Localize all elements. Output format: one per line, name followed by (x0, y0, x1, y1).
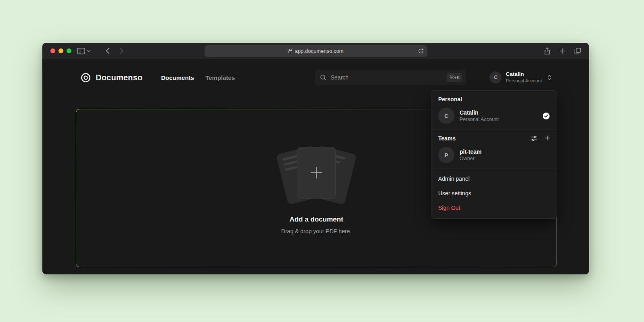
nav-documents[interactable]: Documents (161, 74, 194, 81)
account-menu-button[interactable]: C Catalin Personal Account (489, 71, 552, 84)
avatar: C (438, 108, 454, 124)
account-name: Catalin (506, 71, 542, 78)
main-nav: Documents Templates (161, 74, 235, 81)
sidebar-chevron-down-icon[interactable] (87, 49, 91, 53)
teams-header-label: Teams (438, 135, 456, 142)
zoom-window-button[interactable] (67, 48, 71, 53)
search-shortcut-badge: ⌘+K (447, 73, 463, 82)
share-icon[interactable] (544, 47, 550, 55)
brand[interactable]: Documenso (80, 72, 142, 83)
dropzone-subtitle: Drag & drop your PDF here. (281, 228, 351, 234)
browser-toolbar: app.documenso.com (42, 43, 589, 59)
traffic-lights (50, 48, 71, 53)
dropzone-title: Add a document (289, 215, 343, 224)
search-input[interactable]: Search ⌘+K (315, 70, 466, 85)
add-team-icon[interactable] (544, 135, 550, 142)
back-button-icon[interactable] (105, 47, 110, 54)
chevron-up-down-icon (547, 74, 552, 81)
team-name: pit-team (460, 148, 481, 155)
account-subtitle: Personal Account (506, 78, 542, 84)
personal-account-item[interactable]: C Catalin Personal Account (431, 105, 557, 130)
menu-links-section: Admin panel User settings Sign Out (431, 169, 557, 218)
plus-icon (308, 165, 324, 181)
documenso-logo-icon (80, 72, 91, 83)
documenso-app: Documenso Documents Templates Search ⌘+K… (42, 59, 589, 274)
search-placeholder: Search (330, 74, 348, 81)
new-tab-plus-icon[interactable] (559, 48, 565, 54)
menu-item-sign-out[interactable]: Sign Out (431, 201, 557, 215)
document-card-center (297, 147, 336, 199)
team-role: Owner (460, 155, 481, 162)
refresh-icon[interactable] (418, 48, 424, 54)
browser-window: app.documenso.com (42, 43, 589, 274)
account-dropdown-menu: Personal C Catalin Personal Account Team… (431, 90, 557, 219)
avatar: P (438, 147, 454, 163)
brand-name: Documenso (96, 73, 142, 82)
close-window-button[interactable] (50, 48, 55, 53)
manage-teams-icon[interactable] (531, 135, 537, 142)
personal-section-header: Personal (431, 91, 557, 105)
check-circle-icon (542, 112, 550, 120)
menu-item-user-settings[interactable]: User settings (431, 186, 557, 201)
avatar: C (489, 71, 502, 84)
document-stack-illustration (268, 142, 365, 203)
forward-button-icon[interactable] (119, 47, 124, 54)
tab-overview-icon[interactable] (574, 48, 581, 54)
search-icon (320, 74, 326, 81)
menu-item-admin-panel[interactable]: Admin panel (431, 171, 557, 186)
url-text: app.documenso.com (295, 48, 344, 54)
sidebar-toggle-icon[interactable] (77, 48, 85, 54)
team-item[interactable]: P pit-team Owner (431, 144, 557, 169)
minimize-window-button[interactable] (59, 48, 63, 53)
personal-account-name: Catalin (460, 109, 499, 116)
teams-section-header: Teams (431, 130, 557, 144)
nav-templates[interactable]: Templates (205, 74, 235, 81)
lock-icon (288, 48, 293, 54)
address-bar[interactable]: app.documenso.com (205, 45, 427, 57)
personal-account-subtitle: Personal Account (460, 116, 499, 123)
